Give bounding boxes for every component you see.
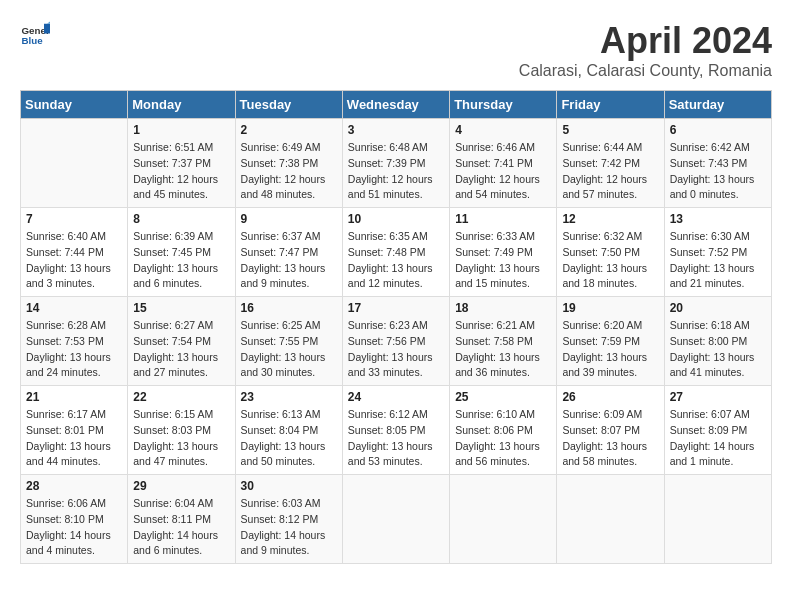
day-number: 1: [133, 123, 229, 137]
day-number: 27: [670, 390, 766, 404]
day-number: 6: [670, 123, 766, 137]
day-info: Sunrise: 6:35 AMSunset: 7:48 PMDaylight:…: [348, 229, 444, 292]
day-number: 9: [241, 212, 337, 226]
svg-text:Blue: Blue: [22, 35, 44, 46]
day-number: 30: [241, 479, 337, 493]
calendar-cell: 23Sunrise: 6:13 AMSunset: 8:04 PMDayligh…: [235, 386, 342, 475]
day-number: 2: [241, 123, 337, 137]
calendar-cell: 7Sunrise: 6:40 AMSunset: 7:44 PMDaylight…: [21, 208, 128, 297]
calendar-cell: 30Sunrise: 6:03 AMSunset: 8:12 PMDayligh…: [235, 475, 342, 564]
logo: General Blue: [20, 20, 50, 50]
day-info: Sunrise: 6:46 AMSunset: 7:41 PMDaylight:…: [455, 140, 551, 203]
day-info: Sunrise: 6:32 AMSunset: 7:50 PMDaylight:…: [562, 229, 658, 292]
calendar-cell: [450, 475, 557, 564]
calendar-cell: 10Sunrise: 6:35 AMSunset: 7:48 PMDayligh…: [342, 208, 449, 297]
day-number: 25: [455, 390, 551, 404]
calendar-cell: 11Sunrise: 6:33 AMSunset: 7:49 PMDayligh…: [450, 208, 557, 297]
day-info: Sunrise: 6:07 AMSunset: 8:09 PMDaylight:…: [670, 407, 766, 470]
day-info: Sunrise: 6:13 AMSunset: 8:04 PMDaylight:…: [241, 407, 337, 470]
calendar-cell: [21, 119, 128, 208]
calendar-cell: 15Sunrise: 6:27 AMSunset: 7:54 PMDayligh…: [128, 297, 235, 386]
day-info: Sunrise: 6:44 AMSunset: 7:42 PMDaylight:…: [562, 140, 658, 203]
day-number: 24: [348, 390, 444, 404]
day-number: 14: [26, 301, 122, 315]
day-number: 8: [133, 212, 229, 226]
day-info: Sunrise: 6:17 AMSunset: 8:01 PMDaylight:…: [26, 407, 122, 470]
calendar-cell: 22Sunrise: 6:15 AMSunset: 8:03 PMDayligh…: [128, 386, 235, 475]
day-number: 29: [133, 479, 229, 493]
day-info: Sunrise: 6:39 AMSunset: 7:45 PMDaylight:…: [133, 229, 229, 292]
calendar-cell: 13Sunrise: 6:30 AMSunset: 7:52 PMDayligh…: [664, 208, 771, 297]
day-info: Sunrise: 6:48 AMSunset: 7:39 PMDaylight:…: [348, 140, 444, 203]
day-number: 21: [26, 390, 122, 404]
day-info: Sunrise: 6:40 AMSunset: 7:44 PMDaylight:…: [26, 229, 122, 292]
day-number: 15: [133, 301, 229, 315]
calendar-cell: 4Sunrise: 6:46 AMSunset: 7:41 PMDaylight…: [450, 119, 557, 208]
header-row: SundayMondayTuesdayWednesdayThursdayFrid…: [21, 91, 772, 119]
day-of-week-header: Monday: [128, 91, 235, 119]
calendar-cell: 18Sunrise: 6:21 AMSunset: 7:58 PMDayligh…: [450, 297, 557, 386]
calendar-cell: 14Sunrise: 6:28 AMSunset: 7:53 PMDayligh…: [21, 297, 128, 386]
day-number: 7: [26, 212, 122, 226]
calendar-cell: 26Sunrise: 6:09 AMSunset: 8:07 PMDayligh…: [557, 386, 664, 475]
calendar-cell: 17Sunrise: 6:23 AMSunset: 7:56 PMDayligh…: [342, 297, 449, 386]
day-number: 11: [455, 212, 551, 226]
calendar-week-row: 14Sunrise: 6:28 AMSunset: 7:53 PMDayligh…: [21, 297, 772, 386]
calendar-table: SundayMondayTuesdayWednesdayThursdayFrid…: [20, 90, 772, 564]
day-number: 13: [670, 212, 766, 226]
day-info: Sunrise: 6:06 AMSunset: 8:10 PMDaylight:…: [26, 496, 122, 559]
day-info: Sunrise: 6:28 AMSunset: 7:53 PMDaylight:…: [26, 318, 122, 381]
calendar-cell: 28Sunrise: 6:06 AMSunset: 8:10 PMDayligh…: [21, 475, 128, 564]
day-info: Sunrise: 6:42 AMSunset: 7:43 PMDaylight:…: [670, 140, 766, 203]
day-info: Sunrise: 6:23 AMSunset: 7:56 PMDaylight:…: [348, 318, 444, 381]
calendar-cell: 3Sunrise: 6:48 AMSunset: 7:39 PMDaylight…: [342, 119, 449, 208]
calendar-week-row: 28Sunrise: 6:06 AMSunset: 8:10 PMDayligh…: [21, 475, 772, 564]
calendar-week-row: 21Sunrise: 6:17 AMSunset: 8:01 PMDayligh…: [21, 386, 772, 475]
calendar-cell: 25Sunrise: 6:10 AMSunset: 8:06 PMDayligh…: [450, 386, 557, 475]
day-of-week-header: Tuesday: [235, 91, 342, 119]
day-of-week-header: Wednesday: [342, 91, 449, 119]
day-info: Sunrise: 6:37 AMSunset: 7:47 PMDaylight:…: [241, 229, 337, 292]
day-number: 23: [241, 390, 337, 404]
day-number: 22: [133, 390, 229, 404]
calendar-cell: [664, 475, 771, 564]
calendar-cell: 12Sunrise: 6:32 AMSunset: 7:50 PMDayligh…: [557, 208, 664, 297]
calendar-week-row: 7Sunrise: 6:40 AMSunset: 7:44 PMDaylight…: [21, 208, 772, 297]
calendar-cell: 2Sunrise: 6:49 AMSunset: 7:38 PMDaylight…: [235, 119, 342, 208]
day-of-week-header: Friday: [557, 91, 664, 119]
day-info: Sunrise: 6:25 AMSunset: 7:55 PMDaylight:…: [241, 318, 337, 381]
day-of-week-header: Sunday: [21, 91, 128, 119]
day-info: Sunrise: 6:18 AMSunset: 8:00 PMDaylight:…: [670, 318, 766, 381]
day-number: 12: [562, 212, 658, 226]
day-info: Sunrise: 6:12 AMSunset: 8:05 PMDaylight:…: [348, 407, 444, 470]
day-number: 3: [348, 123, 444, 137]
day-of-week-header: Saturday: [664, 91, 771, 119]
day-info: Sunrise: 6:15 AMSunset: 8:03 PMDaylight:…: [133, 407, 229, 470]
logo-icon: General Blue: [20, 20, 50, 50]
day-info: Sunrise: 6:27 AMSunset: 7:54 PMDaylight:…: [133, 318, 229, 381]
day-number: 16: [241, 301, 337, 315]
title-section: April 2024 Calarasi, Calarasi County, Ro…: [519, 20, 772, 80]
svg-marker-3: [47, 22, 50, 24]
page-header: General Blue April 2024 Calarasi, Calara…: [20, 20, 772, 80]
calendar-cell: 16Sunrise: 6:25 AMSunset: 7:55 PMDayligh…: [235, 297, 342, 386]
day-info: Sunrise: 6:33 AMSunset: 7:49 PMDaylight:…: [455, 229, 551, 292]
svg-marker-2: [44, 24, 50, 34]
calendar-week-row: 1Sunrise: 6:51 AMSunset: 7:37 PMDaylight…: [21, 119, 772, 208]
day-number: 19: [562, 301, 658, 315]
calendar-cell: 19Sunrise: 6:20 AMSunset: 7:59 PMDayligh…: [557, 297, 664, 386]
day-number: 20: [670, 301, 766, 315]
day-number: 18: [455, 301, 551, 315]
calendar-cell: 8Sunrise: 6:39 AMSunset: 7:45 PMDaylight…: [128, 208, 235, 297]
day-number: 17: [348, 301, 444, 315]
main-title: April 2024: [519, 20, 772, 62]
day-info: Sunrise: 6:49 AMSunset: 7:38 PMDaylight:…: [241, 140, 337, 203]
calendar-cell: 27Sunrise: 6:07 AMSunset: 8:09 PMDayligh…: [664, 386, 771, 475]
calendar-cell: 9Sunrise: 6:37 AMSunset: 7:47 PMDaylight…: [235, 208, 342, 297]
day-info: Sunrise: 6:21 AMSunset: 7:58 PMDaylight:…: [455, 318, 551, 381]
day-of-week-header: Thursday: [450, 91, 557, 119]
day-number: 4: [455, 123, 551, 137]
calendar-cell: [342, 475, 449, 564]
calendar-cell: 5Sunrise: 6:44 AMSunset: 7:42 PMDaylight…: [557, 119, 664, 208]
day-number: 26: [562, 390, 658, 404]
